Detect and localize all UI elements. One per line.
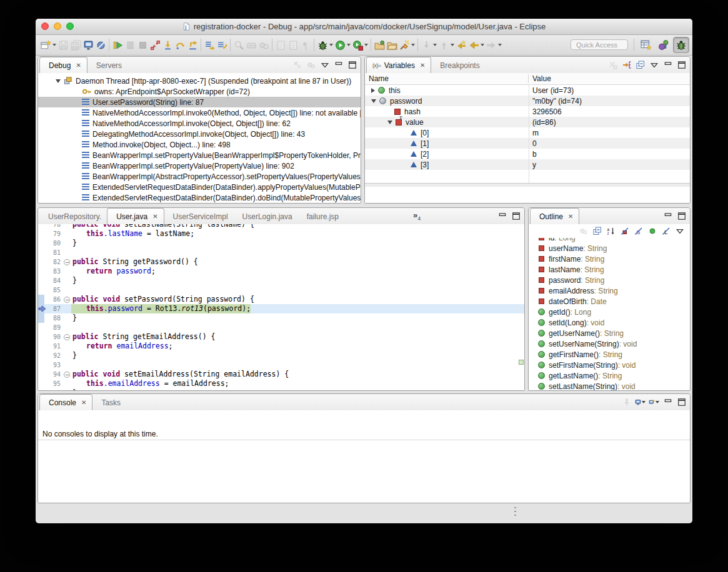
editor-ruler[interactable] (38, 276, 44, 285)
editor-ruler[interactable] (38, 370, 44, 379)
fold-column[interactable] (62, 313, 71, 323)
fold-column[interactable] (62, 276, 71, 285)
editor-ruler[interactable] (38, 332, 44, 342)
code-editor[interactable]: 78public void setLastName(String lastNam… (38, 224, 524, 390)
stack-frame-row[interactable]: NativeMethodAccessorImpl.invoke(Object, … (38, 118, 361, 129)
fold-column[interactable] (62, 229, 71, 239)
code-line[interactable]: 92} (38, 351, 524, 360)
debug-thread-row[interactable]: Daemon Thread [http-apr-8080-exec-7] (Su… (38, 76, 361, 86)
editor-ruler[interactable] (38, 248, 44, 257)
tab-tasks[interactable]: Tasks (92, 395, 126, 410)
tab-debug[interactable]: Debug✕ (39, 57, 87, 73)
view-menu-button[interactable] (649, 60, 659, 71)
back-button[interactable] (467, 37, 480, 52)
editor-ruler[interactable] (38, 267, 44, 276)
quick-access-input[interactable] (571, 39, 628, 50)
tab-userrepository-[interactable]: JUserRepository. (39, 209, 107, 224)
code-line[interactable]: 94public void setEmailAddress(String ema… (38, 370, 524, 379)
fold-column[interactable] (62, 295, 71, 304)
run-dropdown[interactable] (346, 37, 351, 52)
outline-item[interactable]: userName : String (529, 243, 690, 254)
variable-row[interactable]: [3]y (365, 159, 690, 170)
new-wizard-button[interactable] (39, 37, 52, 52)
tab-servers[interactable]: Servers (87, 57, 127, 73)
fold-column[interactable] (62, 257, 71, 267)
maximize-button[interactable] (676, 60, 687, 71)
stack-frame-row[interactable]: BeanWrapperImpl(AbstractPropertyAccessor… (38, 171, 361, 182)
fold-column[interactable] (62, 342, 71, 351)
column-divider[interactable] (529, 84, 529, 187)
outline-item[interactable]: getLastName() : String (529, 370, 690, 381)
editor-tab-overflow[interactable]: »4 (413, 210, 421, 222)
outline-item[interactable]: firstName : String (529, 254, 690, 264)
code-line[interactable]: 78public void setLastName(String lastNam… (38, 224, 524, 229)
expander-icon[interactable] (371, 88, 375, 93)
tab-breakpoints[interactable]: Breakpoints (431, 57, 485, 73)
outline-item[interactable]: lastName : String (529, 264, 690, 275)
minimize-button[interactable] (662, 397, 673, 408)
variable-row[interactable]: [1]0 (365, 138, 690, 149)
outline-item[interactable]: setUserName(String) : void (529, 338, 690, 349)
open-console-button[interactable] (649, 397, 659, 408)
editor-ruler[interactable] (38, 360, 44, 370)
stack-frame-row[interactable]: ExtendedServletRequestDataBinder(DataBin… (38, 182, 361, 192)
editor-ruler[interactable] (38, 239, 44, 248)
collapse-marker-icon[interactable] (64, 334, 70, 340)
variable-row[interactable]: thisUser (id=73) (365, 85, 690, 96)
fold-column[interactable] (62, 360, 71, 370)
close-tab-icon[interactable]: ✕ (568, 213, 573, 220)
fold-column[interactable] (62, 304, 71, 313)
expander-icon[interactable] (387, 121, 392, 124)
run-button[interactable] (334, 37, 346, 52)
code-line[interactable]: 88} (38, 313, 524, 323)
minimize-button[interactable] (662, 211, 673, 222)
outline-item[interactable]: getId() : Long (529, 307, 690, 317)
code-line[interactable]: 86public void setPassword(String passwor… (38, 295, 524, 304)
fold-column[interactable] (62, 379, 71, 388)
java-perspective-button[interactable]: J (656, 37, 672, 53)
code-line[interactable]: 82public String getPassword() { (38, 257, 524, 267)
open-type-button[interactable] (373, 37, 386, 52)
minimize-button[interactable] (662, 60, 673, 71)
hide-fields-button[interactable] (619, 226, 630, 237)
hide-static-button[interactable]: S (633, 226, 644, 237)
collapse-marker-icon[interactable] (64, 372, 70, 378)
debug-launch-dropdown[interactable] (329, 37, 334, 52)
code-line[interactable]: 93 (38, 360, 524, 370)
fold-column[interactable] (62, 370, 71, 379)
outline-item[interactable]: setLastName(String) : void (529, 381, 690, 390)
editor-ruler[interactable] (38, 257, 44, 267)
collapse-all-button[interactable] (592, 226, 602, 237)
code-line[interactable]: 96} (38, 388, 524, 390)
tab-outline[interactable]: Outline✕ (530, 208, 579, 224)
fold-column[interactable] (62, 248, 71, 257)
resume-button[interactable] (111, 37, 124, 52)
minimize-button[interactable] (333, 60, 344, 71)
fold-column[interactable] (62, 351, 71, 360)
console-monitor-button[interactable] (82, 37, 94, 52)
editor-ruler[interactable] (38, 304, 44, 313)
outline-item[interactable]: id : Long (529, 238, 690, 243)
editor-ruler[interactable] (38, 313, 44, 323)
outline-item[interactable]: password : String (529, 275, 690, 285)
fold-column[interactable] (62, 239, 71, 248)
debug-perspective-button[interactable] (673, 37, 689, 53)
outline-item[interactable]: getFirstName() : String (529, 349, 690, 360)
view-menu-button[interactable] (319, 60, 330, 71)
step-into-button[interactable] (161, 37, 174, 52)
collapse-marker-icon[interactable] (64, 297, 70, 303)
collapse-marker-icon[interactable] (64, 259, 70, 265)
code-line[interactable]: 80} (38, 239, 524, 248)
disconnect-button[interactable] (149, 37, 161, 52)
fold-column[interactable] (62, 285, 71, 295)
variable-row[interactable]: [2]b (365, 149, 690, 159)
maximize-button[interactable] (347, 60, 357, 71)
code-line[interactable]: 89 (38, 323, 524, 332)
overview-ruler-annotation[interactable] (519, 360, 524, 365)
stack-frame-row[interactable]: ExtendedServletRequestDataBinder(DataBin… (38, 192, 361, 203)
fold-column[interactable] (62, 224, 71, 229)
tab-user-java[interactable]: JUser.java✕ (107, 208, 164, 224)
maximize-button[interactable] (676, 397, 687, 408)
stack-frame-row[interactable]: NativeMethodAccessorImpl.invoke0(Method,… (38, 107, 361, 118)
editor-ruler[interactable] (38, 388, 44, 390)
